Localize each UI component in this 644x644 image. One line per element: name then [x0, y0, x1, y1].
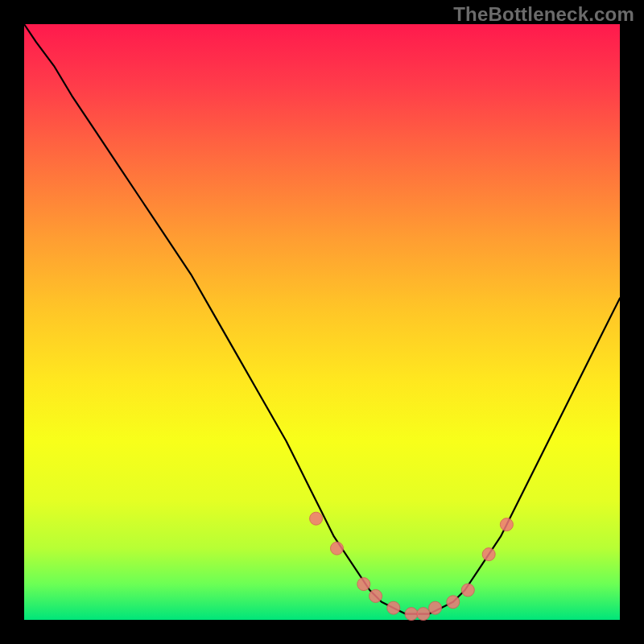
hotspot-marker — [310, 512, 323, 525]
hotspot-marker — [447, 596, 460, 609]
hotspot-marker — [387, 601, 400, 614]
hotspot-marker — [482, 548, 495, 561]
plot-area — [24, 24, 620, 620]
hotspot-marker — [500, 518, 513, 531]
hotspot-marker — [429, 601, 442, 614]
hotspot-marker — [405, 608, 418, 621]
hotspot-marker — [331, 542, 344, 555]
hotspot-marker — [369, 589, 382, 602]
watermark-label: TheBottleneck.com — [453, 3, 634, 26]
hotspot-marker — [417, 608, 430, 621]
hotspot-marker — [461, 584, 474, 597]
hotspot-marker — [357, 578, 370, 591]
bottleneck-curve — [24, 24, 620, 614]
curve-layer — [24, 24, 620, 620]
chart-frame: TheBottleneck.com — [0, 0, 644, 644]
